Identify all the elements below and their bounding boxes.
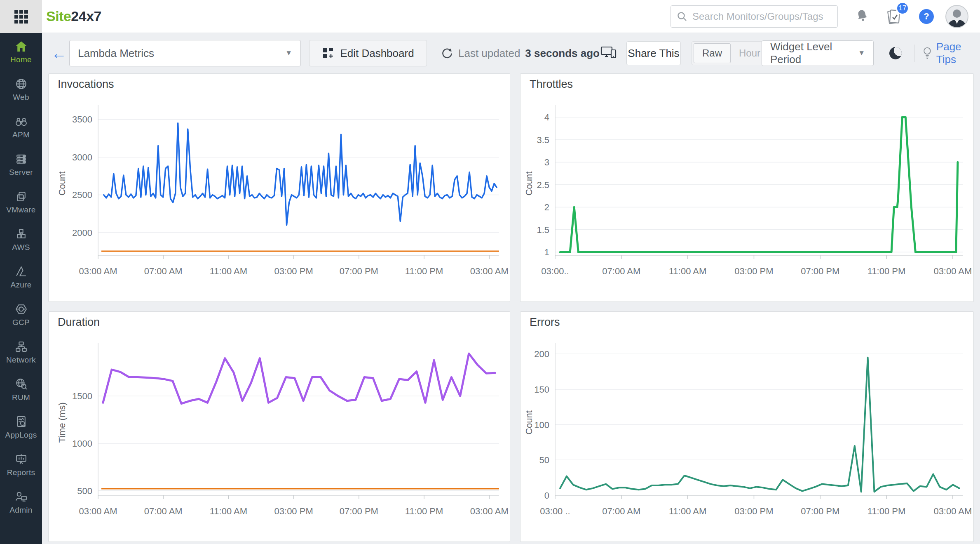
duration-chart[interactable]: 5001000150003:00 AM07:00 AM11:00 AM03:00…: [49, 333, 510, 542]
svg-text:1500: 1500: [72, 391, 92, 401]
search-icon: [677, 11, 687, 22]
svg-text:07:00 PM: 07:00 PM: [801, 506, 839, 516]
throttles-chart[interactable]: 11.522.533.5403:00..07:00 AM11:00 AM03:0…: [520, 95, 973, 301]
svg-text:2.5: 2.5: [537, 180, 549, 190]
notifications-bell-button[interactable]: [855, 8, 870, 25]
svg-text:1000: 1000: [72, 438, 92, 449]
dashboard-select[interactable]: Lambda Metrics ▼: [69, 40, 301, 66]
global-search[interactable]: [671, 5, 838, 28]
toolbar-divider: [914, 45, 914, 62]
dashboard-toolbar: ← Lambda Metrics ▼ Edit Dashboard Last u…: [42, 33, 980, 73]
throttles-panel: Throttles 11.522.533.5403:00..07:00 AM11…: [520, 73, 974, 302]
svg-text:3: 3: [544, 157, 549, 167]
app-grid-icon: [14, 10, 28, 24]
sidebar-item-network[interactable]: Network: [0, 333, 42, 371]
svg-text:Count: Count: [57, 172, 67, 196]
sidebar-nav: Home Web APM Server VMware AWS Azure GC: [0, 33, 42, 521]
back-button[interactable]: ←: [51, 45, 67, 61]
sidebar-item-vmware[interactable]: VMware: [0, 183, 42, 221]
svg-text:500: 500: [77, 486, 92, 496]
app-launcher-button[interactable]: [0, 0, 42, 33]
dark-mode-toggle[interactable]: [889, 47, 902, 59]
avatar-image: [945, 5, 968, 28]
sidebar-item-label: AWS: [12, 243, 30, 252]
widget-level-period-value: Widget Level Period: [770, 40, 858, 66]
sidebar-item-web[interactable]: Web: [0, 71, 42, 108]
svg-text:07:00 PM: 07:00 PM: [340, 266, 378, 276]
sidebar: Home Web APM Server VMware AWS Azure GC: [0, 0, 42, 544]
site24x7-logo[interactable]: Site24x7: [46, 8, 101, 24]
help-button[interactable]: ?: [919, 9, 934, 24]
svg-text:03:00 PM: 03:00 PM: [734, 266, 773, 276]
sidebar-item-label: Web: [13, 93, 29, 102]
panel-title: Duration: [58, 316, 100, 329]
widget-level-period-select[interactable]: Widget Level Period ▼: [762, 40, 874, 66]
invocations-chart[interactable]: 200025003000350003:00 AM07:00 AM11:00 AM…: [49, 95, 510, 301]
refresh-icon[interactable]: [441, 47, 453, 59]
svg-text:3000: 3000: [72, 152, 92, 162]
sidebar-item-gcp[interactable]: GCP: [0, 296, 42, 333]
moon-icon: [889, 47, 902, 59]
devices-view-button[interactable]: [600, 45, 617, 61]
tasks-count-badge: 17: [896, 2, 909, 15]
svg-text:11:00 PM: 11:00 PM: [405, 506, 443, 516]
sidebar-item-label: Reports: [7, 468, 35, 477]
panel-title: Throttles: [530, 78, 573, 91]
sidebar-item-aws[interactable]: AWS: [0, 221, 42, 258]
page-tips-link[interactable]: Page Tips: [922, 40, 980, 66]
top-header: Site24x7 17 ?: [42, 0, 980, 33]
errors-chart[interactable]: 05010015020003:00 ..07:00 AM11:00 AM03:0…: [520, 333, 973, 542]
raw-hour-toggle: Raw Hour: [692, 41, 771, 65]
svg-text:4: 4: [544, 112, 549, 122]
panel-title: Errors: [530, 316, 560, 329]
user-avatar[interactable]: [945, 5, 968, 28]
share-this-button[interactable]: Share This: [626, 41, 681, 65]
sidebar-item-rum[interactable]: RUM: [0, 371, 42, 408]
home-icon: [14, 40, 28, 53]
svg-text:Time (ms): Time (ms): [57, 402, 67, 443]
binoculars-icon: [14, 115, 28, 128]
toggle-raw[interactable]: Raw: [694, 43, 731, 63]
svg-text:07:00 AM: 07:00 AM: [602, 506, 640, 516]
edit-dashboard-label: Edit Dashboard: [340, 47, 414, 60]
azure-icon: [14, 265, 28, 278]
sidebar-item-label: VMware: [6, 205, 35, 214]
sidebar-item-apm[interactable]: APM: [0, 108, 42, 146]
edit-dashboard-button[interactable]: Edit Dashboard: [309, 40, 427, 66]
svg-text:11:00 PM: 11:00 PM: [867, 506, 906, 516]
svg-text:07:00 PM: 07:00 PM: [340, 506, 378, 516]
svg-text:11:00 PM: 11:00 PM: [405, 266, 443, 276]
panel-header: Duration: [49, 312, 510, 333]
errors-panel: Errors 05010015020003:00 ..07:00 AM11:00…: [520, 311, 974, 542]
svg-text:2000: 2000: [72, 228, 92, 238]
tasks-button[interactable]: 17: [886, 7, 903, 26]
svg-text:03:00 PM: 03:00 PM: [734, 506, 773, 516]
sidebar-item-home[interactable]: Home: [0, 33, 42, 71]
chevron-down-icon: ▼: [858, 49, 865, 57]
help-icon: ?: [919, 9, 934, 24]
sidebar-item-reports[interactable]: Reports: [0, 446, 42, 483]
sidebar-item-server[interactable]: Server: [0, 146, 42, 183]
bell-icon: [853, 7, 871, 24]
share-this-label: Share This: [628, 47, 679, 60]
svg-text:1: 1: [544, 247, 549, 257]
svg-text:03:00 AM: 03:00 AM: [470, 506, 509, 516]
svg-text:200: 200: [534, 349, 549, 359]
svg-text:150: 150: [534, 384, 549, 395]
svg-text:11:00 AM: 11:00 AM: [210, 266, 247, 276]
svg-text:03:00 PM: 03:00 PM: [274, 506, 313, 516]
svg-text:11:00 AM: 11:00 AM: [210, 506, 247, 516]
svg-text:100: 100: [534, 420, 549, 430]
sidebar-item-label: Azure: [10, 280, 31, 290]
svg-text:07:00 AM: 07:00 AM: [602, 266, 640, 276]
svg-text:07:00 AM: 07:00 AM: [144, 506, 183, 516]
svg-text:03:00 AM: 03:00 AM: [933, 266, 972, 276]
sidebar-item-azure[interactable]: Azure: [0, 258, 42, 296]
sidebar-item-applogs[interactable]: AppLogs: [0, 408, 42, 446]
sidebar-item-admin[interactable]: Admin: [0, 483, 42, 521]
sidebar-item-label: GCP: [12, 318, 30, 327]
search-input[interactable]: [692, 11, 832, 22]
svg-text:03:00 AM: 03:00 AM: [79, 506, 117, 516]
last-updated: Last updated 3 seconds ago: [441, 47, 600, 60]
svg-text:03:00 AM: 03:00 AM: [470, 266, 509, 276]
